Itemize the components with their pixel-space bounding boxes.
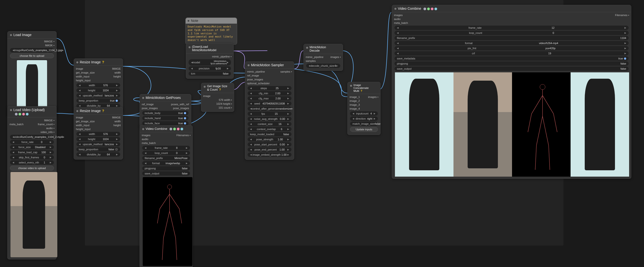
node-video-combine-small[interactable]: Video Combine imagesFilenames • audio me… — [140, 125, 193, 267]
w-lcm[interactable]: lcmfalse — [188, 71, 231, 76]
w-keep-prop[interactable]: keep_proportiontrue — [76, 98, 120, 103]
node-title: MimicMotion Sampler — [245, 62, 294, 69]
w-filename-prefix[interactable]: filename_prefix1104 — [394, 36, 629, 40]
in-get-image-size: get_image_size — [76, 71, 95, 74]
image-selector[interactable]: ◀image RunComfy_examples_1104_1.jpg▶ — [10, 48, 54, 52]
video-preview — [10, 172, 57, 257]
w-format[interactable]: ◀formatimage/webp▶ — [142, 161, 190, 165]
w-precision[interactable]: ◀precisionfp16▶ — [188, 66, 231, 71]
skip-first-frames[interactable]: ◀skip_first_frames0▶ — [10, 155, 54, 160]
w-frame-rate[interactable]: ◀frame_rate12▶ — [394, 25, 629, 30]
in-height-input: height_input — [76, 79, 90, 82]
output-image: IMAGE • — [44, 40, 54, 43]
in-image: image — [76, 67, 83, 70]
node-title: Load Image — [8, 31, 56, 38]
w-ctrl-after[interactable]: ◀control_after_generaterandomize▶ — [248, 106, 292, 111]
in-width-input: width_input — [76, 75, 90, 78]
w-pose-end[interactable]: ◀pose_end_percent1.00▶ — [248, 147, 292, 152]
w-direction[interactable]: ◀directionright▶ — [350, 116, 378, 121]
node-get-image-size[interactable]: Get Image Size & Count? image 576 width … — [201, 83, 234, 112]
w-crf[interactable]: ◀crf19▶ — [394, 51, 629, 55]
w-pingpong[interactable]: pingpongfalse — [142, 166, 190, 171]
w-face[interactable]: include_facetrue — [142, 121, 188, 125]
video-selector[interactable]: ◀videoRunComfy_examples_1104_2.mp4▶ — [10, 135, 54, 139]
node-title: MimicMotion Decode — [304, 44, 343, 54]
node-title: Image Concatenate Multi? — [348, 82, 380, 94]
w-loop-count[interactable]: ◀loop_count0▶ — [394, 31, 629, 35]
w-noise[interactable]: ◀noise_aug_strength0.00▶ — [248, 117, 292, 121]
w-steps[interactable]: ◀steps25▶ — [248, 86, 292, 90]
svg-line-15 — [554, 114, 557, 132]
node-editor-canvas[interactable]: Note Downloads MimicMotion model and fp1… — [0, 0, 644, 267]
w-chunk[interactable]: ◀decode_chunk_size4▶ — [306, 64, 340, 68]
note-node[interactable]: Note Downloads MimicMotion model and fp1… — [186, 17, 237, 44]
w-height[interactable]: ◀height1024▶ — [76, 137, 120, 141]
svg-line-17 — [535, 145, 536, 170]
w-width[interactable]: ◀width576▶ — [76, 83, 120, 87]
svg-line-6 — [164, 211, 170, 238]
w-cfgmax[interactable]: ◀cfg_max2.00▶ — [248, 96, 292, 101]
w-upscale[interactable]: ◀upscale_methodlanczos▶ — [76, 142, 120, 146]
w-height[interactable]: ◀height1024▶ — [76, 88, 120, 93]
node-title: (Down)Load MimicMotionModel — [186, 44, 234, 54]
update-inputs-button[interactable]: Update inputs — [350, 127, 378, 132]
w-seed[interactable]: ◀seed437940582911838▶ — [248, 101, 292, 106]
select-every-nth[interactable]: ◀select_every_nth1▶ — [10, 160, 54, 165]
w-filename-prefix[interactable]: filename_prefixMimicPose — [142, 156, 190, 160]
node-video-combine-large[interactable]: Video Combine imagesFilenames • audio me… — [392, 5, 631, 179]
w-model[interactable]: ◀modelMimicMotion-fp16.safetensors▶ — [188, 59, 231, 65]
node-load-image[interactable]: Load Image IMAGE • MASK • ◀image RunComf… — [7, 31, 56, 116]
node-title: Video Combine — [140, 125, 192, 132]
w-save-meta[interactable]: save_metadatatrue — [394, 56, 629, 61]
svg-line-13 — [528, 114, 532, 132]
w-pose-start[interactable]: ◀pose_start_percent0.00▶ — [248, 142, 292, 147]
w-match[interactable]: match_image_sizefalse — [350, 122, 378, 126]
w-pix-fmt[interactable]: ◀pix_fmtyuv420p▶ — [394, 46, 629, 50]
w-width[interactable]: ◀width576▶ — [76, 132, 120, 136]
node-sampler[interactable]: MimicMotion Sampler mimic_pipelinesample… — [245, 61, 294, 160]
svg-line-7 — [162, 238, 164, 260]
node-load-video[interactable]: Load Video (Upload) IMAGE • meta_batchfr… — [7, 106, 56, 260]
output-video-info: video_info • — [40, 131, 54, 133]
node-getposes[interactable]: MimicMotion GetPoses ref_imageposes_with… — [140, 94, 191, 128]
w-ctx-size[interactable]: ◀context_size16▶ — [248, 122, 292, 126]
output-mask: MASK • — [45, 44, 54, 47]
choose-file-button[interactable]: choose file to upload — [10, 53, 54, 58]
w-embed-str[interactable]: ◀image_embed_strength1.00▶ — [248, 153, 292, 157]
svg-point-10 — [540, 84, 545, 90]
node-concat[interactable]: Image Concatenate Multi? image_1images •… — [347, 82, 380, 135]
force-size[interactable]: ◀force_sizeDisabled▶ — [10, 145, 54, 149]
w-keep-loaded[interactable]: keep_model_loadedfalse — [248, 132, 292, 136]
w-cfgmin[interactable]: ◀cfg_min2.00▶ — [248, 91, 292, 95]
frame-load-cap[interactable]: ◀frame_load_cap100▶ — [10, 150, 54, 154]
w-hand[interactable]: include_handtrue — [142, 116, 188, 120]
w-input-count[interactable]: ◀inputcount4▶ — [350, 111, 378, 116]
w-fps[interactable]: ◀fps15▶ — [248, 112, 292, 116]
w-save-output[interactable]: save_outputfalse — [142, 171, 190, 176]
svg-line-5 — [179, 209, 182, 223]
node-resize-image-1[interactable]: Resize Image? imageIMAGE get_image_sizew… — [74, 58, 123, 111]
node-title: Resize Image? — [74, 59, 123, 66]
pose-preview — [143, 177, 192, 266]
w-save-output[interactable]: save_outputfalse — [394, 66, 629, 71]
w-ctx-ov[interactable]: ◀context_overlap6▶ — [248, 127, 292, 131]
note-title: Note — [186, 18, 237, 24]
out-height: height — [114, 75, 121, 78]
w-upscale[interactable]: ◀upscale_methodlanczos▶ — [76, 93, 120, 98]
node-chips — [15, 113, 28, 115]
node-load-model[interactable]: (Down)Load MimicMotionModel mimic_pipeli… — [186, 43, 234, 79]
w-pingpong[interactable]: pingpongfalse — [394, 61, 629, 66]
w-body[interactable]: include_bodytrue — [142, 111, 188, 115]
choose-video-button[interactable]: choose video to upload — [10, 166, 54, 171]
w-loop-count[interactable]: ◀loop_count0▶ — [142, 151, 190, 155]
w-format[interactable]: ◀formatvideo/h264-mp4▶ — [394, 41, 629, 45]
w-frame-rate[interactable]: ◀frame_rate8▶ — [142, 146, 190, 150]
w-pose-str[interactable]: ◀pose_strength1.00▶ — [248, 137, 292, 142]
svg-line-12 — [532, 95, 542, 114]
w-keep-prop[interactable]: keep_proportionfalse — [76, 147, 120, 152]
node-decode[interactable]: MimicMotion Decode mimic_pipelineimages … — [304, 44, 343, 71]
w-div-by[interactable]: ◀divisible_by64▶ — [76, 152, 120, 157]
node-resize-image-2[interactable]: Resize Image? imageIMAGE get_image_sizew… — [74, 107, 123, 160]
force-rate[interactable]: ◀force_rate0▶ — [10, 140, 54, 144]
output-image: IMAGE • — [44, 119, 54, 122]
